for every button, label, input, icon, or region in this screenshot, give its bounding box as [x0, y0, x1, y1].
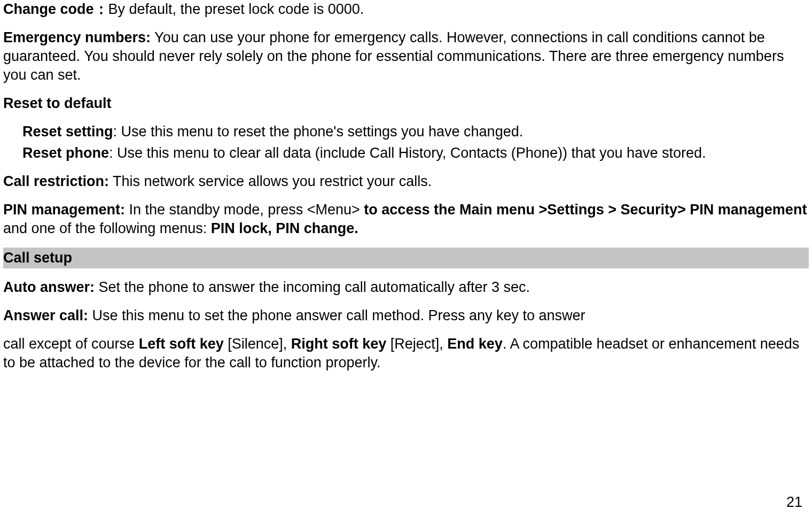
label-change-code: Change code：	[3, 1, 108, 17]
label-pin-options: PIN lock, PIN change.	[211, 220, 358, 236]
text-ac-3: [Reject],	[386, 336, 447, 352]
text-auto-answer: Set the phone to answer the incoming cal…	[95, 279, 530, 295]
label-reset-setting: Reset setting	[22, 124, 113, 140]
text-reset-phone: : Use this menu to clear all data (inclu…	[109, 145, 706, 161]
label-answer-call: Answer call:	[3, 307, 88, 323]
label-reset-phone: Reset phone	[22, 145, 109, 161]
page-number: 21	[786, 493, 802, 512]
paragraph-change-code: Change code：By default, the preset lock …	[3, 0, 809, 19]
label-emergency-numbers: Emergency numbers:	[3, 29, 151, 45]
label-call-restriction: Call restriction:	[3, 173, 109, 189]
paragraph-reset-setting: Reset setting: Use this menu to reset th…	[22, 122, 809, 141]
text-change-code: By default, the preset lock code is 0000…	[108, 1, 364, 17]
label-pin-path: to access the Main menu >Settings > Secu…	[364, 202, 807, 218]
label-end-key: End key	[447, 336, 503, 352]
paragraph-answer-call-cont: call except of course Left soft key [Sil…	[3, 335, 809, 372]
paragraph-call-restriction: Call restriction: This network service a…	[3, 172, 809, 191]
paragraph-answer-call: Answer call: Use this menu to set the ph…	[3, 306, 809, 325]
paragraph-pin-management: PIN management: In the standby mode, pre…	[3, 200, 809, 238]
text-pin-1: In the standby mode, press <Menu>	[125, 202, 364, 218]
text-pin-2: and one of the following menus:	[3, 220, 211, 236]
label-right-soft-key: Right soft key	[291, 336, 387, 352]
text-call-restriction: This network service allows you restrict…	[109, 173, 432, 189]
paragraph-reset-default: Reset to default	[3, 94, 809, 113]
section-call-setup: Call setup	[3, 248, 809, 268]
paragraph-emergency-numbers: Emergency numbers: You can use your phon…	[3, 28, 809, 84]
label-reset-default: Reset to default	[3, 95, 112, 111]
text-answer-call: Use this menu to set the phone answer ca…	[88, 307, 585, 323]
paragraph-auto-answer: Auto answer: Set the phone to answer the…	[3, 278, 809, 297]
text-reset-setting: : Use this menu to reset the phone's set…	[113, 124, 524, 140]
label-left-soft-key: Left soft key	[139, 336, 224, 352]
text-ac-1: call except of course	[3, 336, 139, 352]
label-auto-answer: Auto answer:	[3, 279, 95, 295]
text-ac-2: [Silence],	[224, 336, 291, 352]
label-pin-management: PIN management:	[3, 202, 125, 218]
paragraph-reset-phone: Reset phone: Use this menu to clear all …	[22, 144, 809, 163]
